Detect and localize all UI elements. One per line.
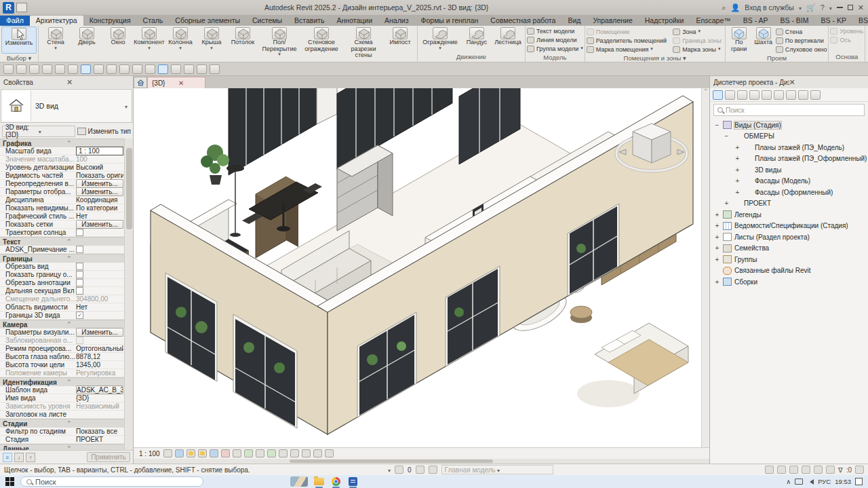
selection-toggle-icon[interactable]: [855, 466, 864, 474]
ribbon-small-button[interactable]: Ось: [830, 35, 850, 44]
ribbon-button[interactable]: Пол/Перекрытие ▾: [258, 26, 300, 57]
tree-item[interactable]: + Семейства: [710, 243, 868, 255]
tree-expander[interactable]: +: [734, 155, 741, 162]
rendering-dialog-icon[interactable]: [210, 449, 218, 457]
property-value[interactable]: Ортогональный: [76, 345, 123, 352]
property-value[interactable]: [76, 312, 123, 320]
shadows-icon[interactable]: [198, 449, 207, 457]
ribbon-tab[interactable]: Enscape™: [690, 16, 736, 26]
ribbon-small-button[interactable]: Группа модели ▾: [527, 44, 583, 53]
visual-style-icon[interactable]: [175, 449, 184, 457]
text-icon[interactable]: [119, 64, 130, 74]
tree-expander[interactable]: +: [734, 177, 741, 185]
widgets-icon[interactable]: [290, 476, 308, 487]
property-value[interactable]: Координация: [76, 196, 123, 204]
show-rendering-icon[interactable]: [256, 449, 264, 457]
tree-item[interactable]: + Фасады (Оформленный): [710, 187, 868, 198]
property-group-header[interactable]: Стадии ⌃: [0, 419, 133, 428]
ribbon-button[interactable]: Стена ▾: [40, 26, 71, 51]
select-links-icon[interactable]: [765, 466, 774, 474]
tree-item[interactable]: + Планы этажей (ПЭ_Оформленный): [710, 153, 868, 165]
property-value[interactable]: 8878,12: [76, 353, 123, 360]
browser-select-icon[interactable]: [725, 90, 735, 100]
save-icon[interactable]: [16, 64, 26, 74]
property-value[interactable]: Независимый: [76, 402, 123, 410]
section-icon[interactable]: [145, 64, 155, 74]
vertical-scrollbar[interactable]: ⌃: [701, 88, 709, 447]
collapse-group-icon[interactable]: ⌃: [66, 255, 130, 262]
horizontal-scrollbar[interactable]: [134, 459, 709, 464]
property-value[interactable]: 1 : 100: [76, 147, 123, 155]
tree-item[interactable]: + Группы: [710, 254, 868, 265]
ribbon-small-button[interactable]: Марка помещения ▾: [587, 45, 669, 54]
ribbon-tab[interactable]: Вид: [561, 16, 587, 26]
ribbon-button[interactable]: Схема разрезки стены: [342, 26, 384, 64]
property-value[interactable]: 100: [76, 155, 123, 163]
collapse-group-icon[interactable]: ⌃: [66, 238, 130, 245]
tree-item[interactable]: + Ведомости/Спецификации (Стадия): [710, 221, 868, 232]
filter-icon[interactable]: ∇: [838, 466, 843, 474]
notifications-icon[interactable]: [855, 478, 863, 485]
ribbon-small-button[interactable]: Разделитель помещений: [587, 36, 669, 45]
browser-save-icon[interactable]: [774, 90, 784, 100]
type-selector[interactable]: 3D вид: [1, 89, 132, 123]
modify-button[interactable]: Изменить: [1, 26, 37, 54]
aligned-dimension-icon[interactable]: [94, 64, 104, 74]
property-group-header[interactable]: Текст ⌃: [0, 237, 133, 246]
property-value[interactable]: Изменить...: [76, 187, 123, 196]
collapse-group-icon[interactable]: ⌃: [66, 379, 130, 386]
ribbon-small-button[interactable]: Стена: [776, 27, 827, 36]
collapse-group-icon[interactable]: ⌃: [66, 321, 130, 328]
property-value[interactable]: Показать все: [76, 428, 123, 435]
ribbon-small-button[interactable]: Текст модели: [527, 26, 576, 35]
close-button[interactable]: ✕: [858, 3, 864, 12]
ribbon-tab[interactable]: BS - AP: [737, 16, 774, 26]
reveal-constraints-icon[interactable]: [290, 449, 299, 457]
tag-by-category-icon[interactable]: [106, 64, 117, 74]
tree-item[interactable]: + Планы этажей (ПЭ_Модель): [710, 142, 868, 153]
search-icon[interactable]: ⌕: [722, 3, 726, 12]
collapse-group-icon[interactable]: ⌃: [66, 140, 130, 147]
help-icon[interactable]: ?: [821, 3, 825, 12]
temporary-view-properties-icon[interactable]: [279, 449, 288, 457]
view-tab-close-icon[interactable]: ✕: [178, 79, 201, 87]
ribbon-small-button[interactable]: Линия модели: [527, 35, 579, 44]
worksharing-display-icon[interactable]: [302, 449, 311, 457]
drag-on-selection-icon[interactable]: [814, 466, 823, 474]
ribbon-small-button[interactable]: Зона ▾: [673, 27, 724, 36]
clock[interactable]: 19:53: [835, 478, 851, 485]
ribbon-button[interactable]: Компонент ▾: [134, 26, 165, 51]
property-value[interactable]: [76, 337, 123, 345]
switch-windows-icon[interactable]: [184, 64, 194, 74]
tree-expander[interactable]: +: [714, 256, 720, 263]
property-value[interactable]: ПРОЕКТ: [76, 436, 123, 443]
ribbon-button[interactable]: Шахта: [751, 26, 776, 54]
properties-scrollbar[interactable]: [124, 138, 133, 450]
browser-close-icon[interactable]: ✕: [789, 78, 865, 87]
apply-button[interactable]: Применить: [87, 452, 130, 462]
tree-item[interactable]: − ОБМЕРЫ: [710, 131, 868, 143]
ribbon-tab[interactable]: BS - BIM: [774, 16, 815, 26]
volume-icon[interactable]: [807, 479, 814, 485]
tree-expander[interactable]: +: [734, 189, 741, 196]
properties-close-icon[interactable]: ✕: [66, 78, 130, 87]
ribbon-small-button[interactable]: Уровень: [830, 26, 863, 35]
print-icon[interactable]: [68, 64, 78, 74]
background-processes-icon[interactable]: [826, 466, 835, 474]
taskbar-search-input[interactable]: Поиск: [20, 476, 203, 487]
ribbon-small-button[interactable]: Помещение: [587, 27, 669, 36]
panel-label-rooms[interactable]: Помещения и зоны ▾: [585, 54, 725, 62]
default-3d-view-icon[interactable]: [132, 64, 142, 74]
ribbon-tab[interactable]: Сталь: [137, 16, 170, 26]
transfer-standards-icon[interactable]: [197, 64, 207, 74]
property-group-header[interactable]: Границы ⌃: [0, 254, 133, 263]
thin-lines-icon[interactable]: [158, 64, 168, 74]
app-store-icon[interactable]: 🛒: [806, 3, 816, 12]
view-home-icon[interactable]: [134, 77, 147, 88]
tree-item[interactable]: + Листы (Раздел проекта): [710, 231, 868, 243]
collapse-group-icon[interactable]: ⌃: [66, 420, 130, 427]
home-icon[interactable]: [16, 3, 27, 12]
ribbon-tab[interactable]: Надстройки: [639, 16, 690, 26]
ribbon-tab[interactable]: Конструкция: [83, 16, 137, 26]
ribbon-tab[interactable]: Аннотации: [331, 16, 379, 26]
